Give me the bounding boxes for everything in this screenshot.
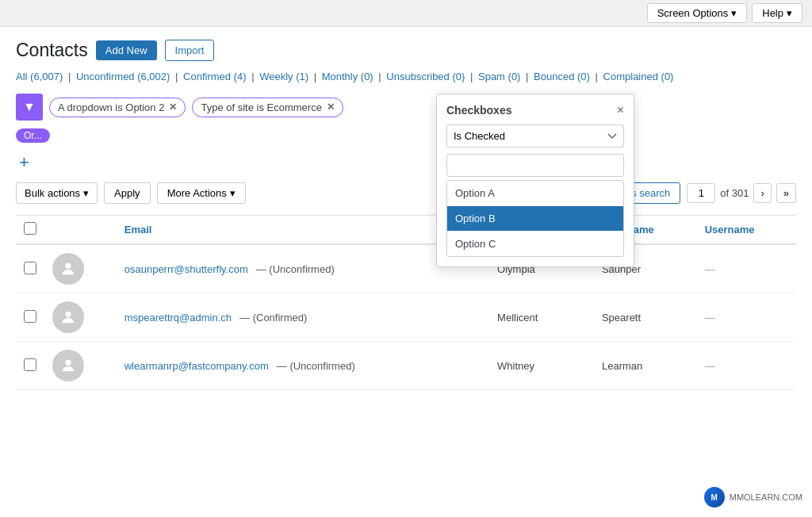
import-button[interactable]: Import <box>165 40 215 61</box>
username-cell: — <box>697 342 796 390</box>
filter-icon-button[interactable]: ▼ <box>16 94 43 121</box>
email-content: mspearettrq@admin.ch — (Confirmed) <box>124 312 481 324</box>
filter-spam[interactable]: Spam (0) <box>478 71 520 82</box>
filter-all[interactable]: All (6,007) <box>16 71 63 82</box>
checkboxes-popup: Checkboxes × Is Checked Is Not Checked O… <box>436 94 634 267</box>
page-content: Contacts Add New Import All (6,007) | Un… <box>0 27 812 517</box>
avatar-cell <box>44 244 117 293</box>
filter-monthly[interactable]: Monthly (0) <box>322 71 373 82</box>
action-bar: Bulk actions ▾ Apply More Actions ▾ cont… <box>16 182 796 204</box>
table-row: mspearettrq@admin.ch — (Confirmed) Melli… <box>16 293 796 342</box>
email-link[interactable]: osaunperrr@shutterfly.com <box>124 263 248 275</box>
watermark-text: MMOLEARN.COM <box>730 492 802 502</box>
chevron-down-icon: ▾ <box>83 187 89 199</box>
watermark-logo: M <box>704 487 725 507</box>
more-actions-label: More Actions <box>167 187 227 199</box>
table-row: wlearmanrp@fastcompany.com — (Unconfirme… <box>16 342 796 390</box>
avatar <box>52 253 84 285</box>
email-cell: wlearmanrp@fastcompany.com — (Unconfirme… <box>117 342 489 390</box>
popup-search-input[interactable] <box>446 154 624 177</box>
svg-point-0 <box>65 263 71 269</box>
row-checkbox-cell <box>16 293 44 342</box>
pagination: of 301 › » <box>687 183 796 203</box>
filter-links: All (6,007) | Unconfirmed (6,002) | Conf… <box>16 71 796 82</box>
email-content: osaunperrr@shutterfly.com — (Unconfirmed… <box>124 263 481 275</box>
email-cell: mspearettrq@admin.ch — (Confirmed) <box>117 293 489 342</box>
row-checkbox[interactable] <box>24 262 36 274</box>
filter-bounced[interactable]: Bounced (0) <box>534 71 590 82</box>
watermark: M MMOLEARN.COM <box>704 487 802 507</box>
row-checkbox[interactable] <box>24 358 36 371</box>
apply-button[interactable]: Apply <box>104 182 151 204</box>
avatar <box>52 350 84 381</box>
svg-point-2 <box>65 360 71 366</box>
add-filter-row: + <box>16 154 796 171</box>
row-checkbox-cell <box>16 342 44 390</box>
is-checked-select[interactable]: Is Checked Is Not Checked <box>446 124 624 147</box>
lastname-cell: Learman <box>594 342 697 390</box>
filter-complained[interactable]: Complained (0) <box>603 71 674 82</box>
page-header: Contacts Add New Import <box>16 40 796 61</box>
last-page-button[interactable]: » <box>776 183 796 203</box>
select-all-header <box>16 216 44 245</box>
help-label: Help <box>762 7 783 19</box>
avatar-cell <box>44 293 117 342</box>
filter-row2: Or... <box>16 128 796 143</box>
funnel-icon: ▼ <box>23 100 36 114</box>
avatar <box>52 301 84 333</box>
remove-filter-site[interactable]: ✕ <box>327 101 335 113</box>
more-actions-button[interactable]: More Actions ▾ <box>157 182 246 204</box>
filter-unconfirmed[interactable]: Unconfirmed (6,002) <box>76 71 170 82</box>
filter-tag-site: Type of site is Ecommerce ✕ <box>192 98 343 117</box>
status-text: — (Unconfirmed) <box>256 263 335 275</box>
filter-tag-dropdown: A dropdown is Option 2 ✕ <box>49 98 186 117</box>
email-link[interactable]: mspearettrq@admin.ch <box>124 312 232 324</box>
filter-weekly[interactable]: Weekly (1) <box>259 71 308 82</box>
next-page-button[interactable]: › <box>753 183 771 203</box>
popup-title: Checkboxes <box>446 104 511 117</box>
page-number-input[interactable] <box>687 183 715 203</box>
status-text: — (Unconfirmed) <box>277 360 355 372</box>
email-header[interactable]: Email <box>117 216 489 245</box>
filter-tag-site-text: Type of site is Ecommerce <box>201 101 321 113</box>
username-cell: — <box>697 244 796 293</box>
page-of-label: of 301 <box>720 187 749 199</box>
email-content: wlearmanrp@fastcompany.com — (Unconfirme… <box>124 360 481 372</box>
chevron-down-icon: ▾ <box>731 7 737 19</box>
popup-options-list: Option A Option B Option C <box>446 180 624 257</box>
chevron-down-icon: ▾ <box>787 7 792 19</box>
add-filter-button[interactable]: + <box>16 154 33 171</box>
screen-options-button[interactable]: Screen Options ▾ <box>647 3 748 23</box>
email-link[interactable]: wlearmanrp@fastcompany.com <box>124 360 269 372</box>
avatar-header <box>44 216 117 245</box>
add-new-button[interactable]: Add New <box>96 40 157 60</box>
popup-option-c[interactable]: Option C <box>447 232 623 256</box>
popup-header: Checkboxes × <box>446 104 624 117</box>
table-row: osaunperrr@shutterfly.com — (Unconfirmed… <box>16 244 796 293</box>
row-checkbox[interactable] <box>24 310 36 323</box>
or-badge[interactable]: Or... <box>16 128 50 143</box>
bulk-actions-button[interactable]: Bulk actions ▾ <box>16 182 98 204</box>
help-button[interactable]: Help ▾ <box>752 3 802 23</box>
popup-option-b[interactable]: Option B <box>447 206 623 232</box>
filter-unsubscribed[interactable]: Unsubscribed (0) <box>386 71 465 82</box>
chevron-down-icon: ▾ <box>230 187 236 199</box>
username-cell: — <box>697 293 796 342</box>
watermark-logo-text: M <box>711 493 718 502</box>
page-title: Contacts <box>16 40 88 61</box>
status-text: — (Confirmed) <box>239 312 307 324</box>
filter-tag-text: A dropdown is Option 2 <box>58 101 164 113</box>
filter-confirmed[interactable]: Confirmed (4) <box>183 71 246 82</box>
select-all-checkbox[interactable] <box>24 222 36 235</box>
username-header[interactable]: Username <box>697 216 796 245</box>
bulk-actions-label: Bulk actions <box>25 187 80 199</box>
filter-bar: ▼ A dropdown is Option 2 ✕ Type of site … <box>16 94 796 121</box>
popup-option-a[interactable]: Option A <box>447 181 623 206</box>
lastname-cell: Spearett <box>594 293 697 342</box>
remove-filter-dropdown[interactable]: ✕ <box>169 101 177 113</box>
email-cell: osaunperrr@shutterfly.com — (Unconfirmed… <box>117 244 489 293</box>
firstname-cell: Whitney <box>489 342 594 390</box>
svg-point-1 <box>65 312 71 317</box>
popup-close-button[interactable]: × <box>617 104 624 117</box>
firstname-cell: Mellicent <box>489 293 594 342</box>
